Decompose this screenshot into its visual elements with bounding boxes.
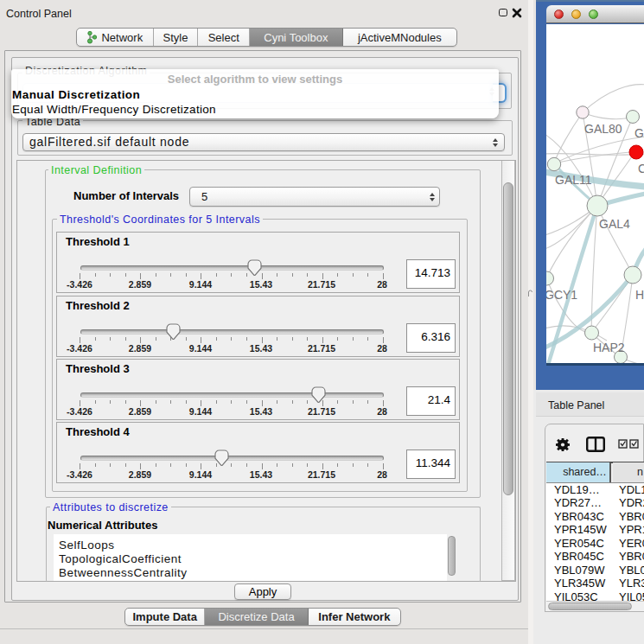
svg-text:HAP2: HAP2 [593, 341, 625, 354]
svg-text:GCY1: GCY1 [546, 288, 577, 302]
svg-text:H: H [635, 288, 644, 302]
svg-text:GAL80: GAL80 [584, 122, 622, 136]
svg-text:GA: GA [634, 126, 644, 140]
svg-text:C: C [638, 162, 644, 175]
svg-text:GAL4: GAL4 [599, 217, 630, 231]
svg-text:GAL11: GAL11 [555, 173, 592, 187]
